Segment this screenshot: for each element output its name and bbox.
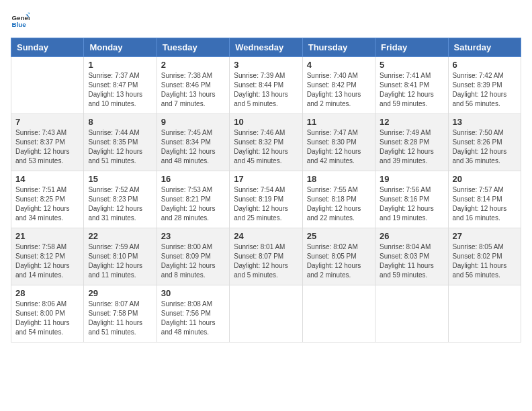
day-info: Sunrise: 7:44 AMSunset: 8:35 PMDaylight:… [88,128,152,166]
calendar: SundayMondayTuesdayWednesdayThursdayFrid… [11,38,521,342]
day-info: Sunrise: 8:05 AMSunset: 8:02 PMDaylight:… [453,242,517,280]
day-number: 21 [15,231,79,241]
day-number: 16 [161,174,225,184]
day-info: Sunrise: 7:42 AMSunset: 8:39 PMDaylight:… [453,71,517,109]
day-number: 9 [161,117,225,127]
calendar-cell: 16Sunrise: 7:53 AMSunset: 8:21 PMDayligh… [157,171,229,228]
day-info: Sunrise: 7:46 AMSunset: 8:32 PMDaylight:… [234,128,298,166]
day-header-thursday: Thursday [302,38,375,57]
calendar-cell [302,285,375,342]
calendar-cell: 15Sunrise: 7:52 AMSunset: 8:23 PMDayligh… [84,171,157,228]
day-number: 2 [161,60,225,70]
day-info: Sunrise: 7:50 AMSunset: 8:26 PMDaylight:… [453,128,517,166]
day-info: Sunrise: 7:43 AMSunset: 8:37 PMDaylight:… [15,128,79,166]
calendar-cell [375,285,448,342]
calendar-cell: 11Sunrise: 7:47 AMSunset: 8:30 PMDayligh… [302,114,375,171]
calendar-cell: 28Sunrise: 8:06 AMSunset: 8:00 PMDayligh… [11,285,84,342]
day-number: 13 [453,117,517,127]
day-number: 6 [453,60,517,70]
svg-text:Blue: Blue [11,21,26,28]
day-info: Sunrise: 7:51 AMSunset: 8:25 PMDaylight:… [15,185,79,223]
day-header-wednesday: Wednesday [230,38,302,57]
day-info: Sunrise: 7:52 AMSunset: 8:23 PMDaylight:… [88,185,152,223]
day-info: Sunrise: 8:02 AMSunset: 8:05 PMDaylight:… [307,242,371,280]
week-row-1: 1Sunrise: 7:37 AMSunset: 8:47 PMDaylight… [11,57,521,114]
week-row-3: 14Sunrise: 7:51 AMSunset: 8:25 PMDayligh… [11,171,521,228]
day-number: 8 [88,117,152,127]
calendar-cell: 18Sunrise: 7:55 AMSunset: 8:18 PMDayligh… [302,171,375,228]
calendar-cell: 17Sunrise: 7:54 AMSunset: 8:19 PMDayligh… [230,171,302,228]
calendar-cell: 30Sunrise: 8:08 AMSunset: 7:56 PMDayligh… [157,285,229,342]
calendar-cell [230,285,302,342]
logo-icon: General Blue [11,11,30,30]
day-info: Sunrise: 7:58 AMSunset: 8:12 PMDaylight:… [15,242,79,280]
calendar-cell: 14Sunrise: 7:51 AMSunset: 8:25 PMDayligh… [11,171,84,228]
day-info: Sunrise: 7:55 AMSunset: 8:18 PMDaylight:… [307,185,371,223]
day-number: 26 [380,231,443,241]
day-info: Sunrise: 8:06 AMSunset: 8:00 PMDaylight:… [15,300,79,337]
day-info: Sunrise: 7:47 AMSunset: 8:30 PMDaylight:… [307,128,371,166]
day-number: 4 [307,60,371,70]
calendar-cell: 26Sunrise: 8:04 AMSunset: 8:03 PMDayligh… [375,228,448,285]
calendar-cell: 1Sunrise: 7:37 AMSunset: 8:47 PMDaylight… [84,57,157,114]
calendar-cell: 8Sunrise: 7:44 AMSunset: 8:35 PMDaylight… [84,114,157,171]
day-number: 7 [15,117,79,127]
week-row-5: 28Sunrise: 8:06 AMSunset: 8:00 PMDayligh… [11,285,521,342]
day-info: Sunrise: 8:01 AMSunset: 8:07 PMDaylight:… [234,242,298,280]
day-info: Sunrise: 7:53 AMSunset: 8:21 PMDaylight:… [161,185,225,223]
day-info: Sunrise: 7:59 AMSunset: 8:10 PMDaylight:… [88,242,152,280]
calendar-cell: 7Sunrise: 7:43 AMSunset: 8:37 PMDaylight… [11,114,84,171]
day-header-saturday: Saturday [448,38,521,57]
calendar-cell: 3Sunrise: 7:39 AMSunset: 8:44 PMDaylight… [230,57,302,114]
day-number: 20 [453,174,517,184]
day-header-sunday: Sunday [11,38,84,57]
calendar-cell: 23Sunrise: 8:00 AMSunset: 8:09 PMDayligh… [157,228,229,285]
calendar-cell: 4Sunrise: 7:40 AMSunset: 8:42 PMDaylight… [302,57,375,114]
day-info: Sunrise: 7:57 AMSunset: 8:14 PMDaylight:… [453,185,517,223]
calendar-cell: 25Sunrise: 8:02 AMSunset: 8:05 PMDayligh… [302,228,375,285]
calendar-cell: 9Sunrise: 7:45 AMSunset: 8:34 PMDaylight… [157,114,229,171]
calendar-cell [11,57,84,114]
day-info: Sunrise: 7:41 AMSunset: 8:41 PMDaylight:… [380,71,443,109]
day-info: Sunrise: 7:38 AMSunset: 8:46 PMDaylight:… [161,71,225,109]
day-number: 3 [234,60,298,70]
day-info: Sunrise: 7:49 AMSunset: 8:28 PMDaylight:… [380,128,443,166]
day-number: 15 [88,174,152,184]
calendar-cell: 6Sunrise: 7:42 AMSunset: 8:39 PMDaylight… [448,57,521,114]
day-info: Sunrise: 8:04 AMSunset: 8:03 PMDaylight:… [380,242,443,280]
calendar-cell: 24Sunrise: 8:01 AMSunset: 8:07 PMDayligh… [230,228,302,285]
day-number: 24 [234,231,298,241]
day-number: 18 [307,174,371,184]
day-info: Sunrise: 8:07 AMSunset: 7:58 PMDaylight:… [88,300,152,337]
week-row-4: 21Sunrise: 7:58 AMSunset: 8:12 PMDayligh… [11,228,521,285]
day-info: Sunrise: 7:45 AMSunset: 8:34 PMDaylight:… [161,128,225,166]
day-number: 11 [307,117,371,127]
day-number: 1 [88,60,152,70]
calendar-cell [448,285,521,342]
calendar-cell: 5Sunrise: 7:41 AMSunset: 8:41 PMDaylight… [375,57,448,114]
day-header-monday: Monday [84,38,157,57]
calendar-cell: 19Sunrise: 7:56 AMSunset: 8:16 PMDayligh… [375,171,448,228]
calendar-cell: 29Sunrise: 8:07 AMSunset: 7:58 PMDayligh… [84,285,157,342]
day-number: 14 [15,174,79,184]
day-header-friday: Friday [375,38,448,57]
day-number: 22 [88,231,152,241]
calendar-cell: 20Sunrise: 7:57 AMSunset: 8:14 PMDayligh… [448,171,521,228]
day-number: 12 [380,117,443,127]
day-info: Sunrise: 7:37 AMSunset: 8:47 PMDaylight:… [88,71,152,109]
calendar-cell: 22Sunrise: 7:59 AMSunset: 8:10 PMDayligh… [84,228,157,285]
calendar-cell: 12Sunrise: 7:49 AMSunset: 8:28 PMDayligh… [375,114,448,171]
day-number: 10 [234,117,298,127]
day-number: 30 [161,288,225,298]
day-info: Sunrise: 7:56 AMSunset: 8:16 PMDaylight:… [380,185,443,223]
day-info: Sunrise: 8:08 AMSunset: 7:56 PMDaylight:… [161,300,225,337]
day-number: 19 [380,174,443,184]
day-info: Sunrise: 7:39 AMSunset: 8:44 PMDaylight:… [234,71,298,109]
day-header-tuesday: Tuesday [157,38,229,57]
logo: General Blue [11,11,32,30]
week-row-2: 7Sunrise: 7:43 AMSunset: 8:37 PMDaylight… [11,114,521,171]
day-number: 29 [88,288,152,298]
calendar-cell: 13Sunrise: 7:50 AMSunset: 8:26 PMDayligh… [448,114,521,171]
calendar-cell: 10Sunrise: 7:46 AMSunset: 8:32 PMDayligh… [230,114,302,171]
day-info: Sunrise: 7:54 AMSunset: 8:19 PMDaylight:… [234,185,298,223]
